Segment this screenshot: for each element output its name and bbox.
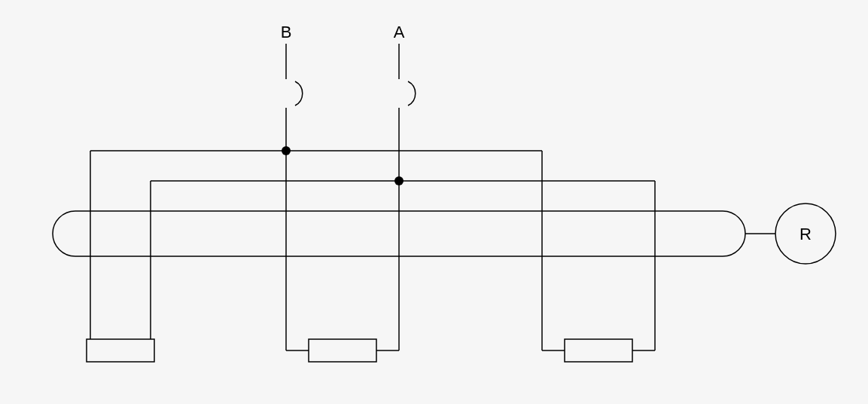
switch-B-contact: [295, 81, 303, 106]
resistor-block-2: [309, 339, 376, 362]
resistor-block-1: [87, 339, 154, 362]
label-R: R: [799, 225, 812, 243]
switch-A-contact: [408, 81, 416, 106]
label-A: A: [394, 23, 405, 41]
label-B: B: [281, 23, 292, 41]
circuit-diagram: R B A: [0, 0, 868, 404]
resistor-block-3: [565, 339, 632, 362]
